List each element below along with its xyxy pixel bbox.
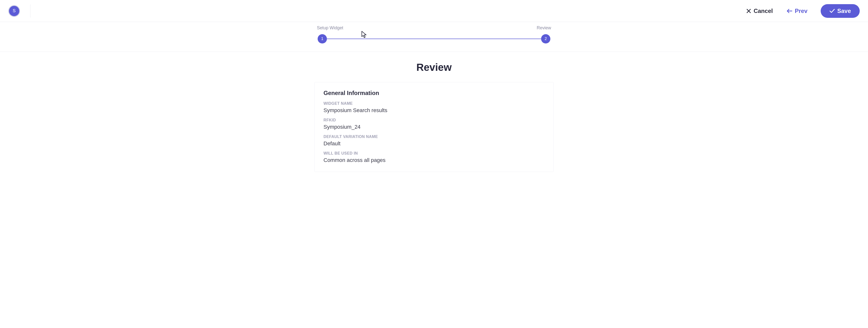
close-icon xyxy=(746,8,751,13)
step-labels: Setup Widget Review xyxy=(317,25,551,32)
save-label: Save xyxy=(837,7,851,15)
step-node-1[interactable]: 1 xyxy=(318,34,327,44)
field-label-widget-name: WIDGET NAME xyxy=(323,101,545,106)
avatar-letter: S xyxy=(13,8,16,13)
field-value-widget-name: Symposium Search results xyxy=(323,107,545,114)
top-bar-left: S xyxy=(8,4,31,18)
field-label-default-variation: DEFAULT VARIATION NAME xyxy=(323,135,545,139)
cancel-label: Cancel xyxy=(753,7,773,15)
step-num-2: 2 xyxy=(545,37,547,41)
arrow-left-icon xyxy=(786,8,793,13)
step-label-review: Review xyxy=(537,25,551,30)
prev-button[interactable]: Prev xyxy=(786,7,808,16)
step-line xyxy=(322,38,546,39)
card-title: General Information xyxy=(323,90,545,97)
field-label-used-in: WILL BE USED IN xyxy=(323,151,545,156)
general-info-card: General Information WIDGET NAME Symposiu… xyxy=(314,82,554,172)
step-track: 1 2 xyxy=(317,34,551,44)
avatar[interactable]: S xyxy=(8,5,20,17)
step-node-2[interactable]: 2 xyxy=(541,34,550,44)
top-bar: S Cancel Prev xyxy=(0,0,868,22)
field-value-used-in: Common across all pages xyxy=(323,157,545,163)
stepper: Setup Widget Review 1 2 xyxy=(0,22,868,52)
top-bar-actions: Cancel Prev Save xyxy=(746,4,860,18)
check-icon xyxy=(830,9,835,13)
prev-label: Prev xyxy=(795,7,807,15)
step-num-1: 1 xyxy=(321,37,323,41)
divider xyxy=(30,4,31,18)
save-button[interactable]: Save xyxy=(821,4,860,18)
field-label-rfkid: RFKID xyxy=(323,118,545,122)
cancel-button[interactable]: Cancel xyxy=(746,7,773,16)
field-value-default-variation: Default xyxy=(323,140,545,147)
page-heading: Review xyxy=(0,61,868,73)
step-label-setup: Setup Widget xyxy=(317,25,343,30)
field-value-rfkid: Symposium_24 xyxy=(323,124,545,130)
